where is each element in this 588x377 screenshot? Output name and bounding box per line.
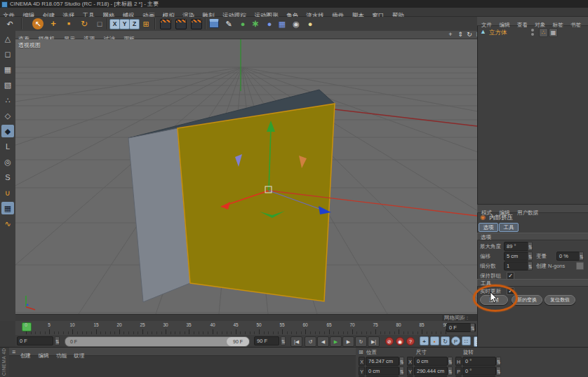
om-menu-bookmarks[interactable]: 书签 bbox=[570, 21, 581, 29]
uvw-tag-icon[interactable]: ▦ bbox=[549, 28, 558, 37]
record-active-objects-button[interactable]: ⊘ bbox=[385, 337, 394, 345]
max-angle-field[interactable]: 89 ° bbox=[504, 242, 529, 251]
render-view-button[interactable] bbox=[160, 19, 171, 29]
deformer-icon[interactable]: ● bbox=[264, 18, 275, 29]
viewport-rotate-icon[interactable]: ↻ bbox=[465, 31, 474, 39]
position-y-stepper[interactable]: ⇅ bbox=[399, 366, 404, 376]
last-tool-icon[interactable]: □ bbox=[94, 18, 105, 29]
key-pla-toggle[interactable]: ∷ bbox=[462, 336, 471, 345]
goto-end-button[interactable]: ▶| bbox=[368, 336, 380, 347]
options-group-header[interactable]: 选项 bbox=[477, 233, 588, 240]
rotation-h-field[interactable]: 0 ° bbox=[462, 357, 496, 366]
render-to-picture-viewer-button[interactable] bbox=[175, 19, 187, 29]
end-frame-field[interactable]: 90 F bbox=[254, 336, 279, 345]
position-x-stepper[interactable]: ⇅ bbox=[399, 357, 404, 366]
materials-menu-edit[interactable]: 编辑 bbox=[38, 352, 48, 360]
offset-stepper[interactable]: ⇅ bbox=[528, 252, 533, 261]
polygons-mode-icon[interactable]: ◆ bbox=[1, 125, 14, 137]
loop-button[interactable]: ↻ bbox=[355, 336, 367, 347]
subdivision-stepper[interactable]: ⇅ bbox=[528, 261, 533, 270]
previous-key-button[interactable]: ↺ bbox=[305, 336, 316, 347]
subdivision-field[interactable]: 1 bbox=[504, 261, 529, 270]
visibility-dot-render[interactable] bbox=[531, 33, 534, 36]
position-y-field[interactable]: 0 cm bbox=[366, 366, 399, 376]
constraint-icon[interactable]: ∿ bbox=[1, 217, 14, 230]
viewport-solo-icon[interactable]: ◎ bbox=[1, 156, 14, 168]
size-x-stepper[interactable]: ⇅ bbox=[448, 357, 453, 366]
viewport-canvas[interactable] bbox=[15, 39, 477, 314]
coordinate-system-icon[interactable]: ⊞ bbox=[140, 18, 152, 29]
array-generator-icon[interactable]: ∗ bbox=[250, 18, 261, 29]
edges-mode-icon[interactable]: ◇ bbox=[1, 109, 14, 122]
locked-workplane-icon[interactable]: ▦ bbox=[1, 202, 14, 214]
camera-icon[interactable]: ◉ bbox=[290, 18, 302, 29]
live-selection-icon[interactable]: ↖ bbox=[32, 18, 44, 29]
tab-options[interactable]: 选项 bbox=[479, 223, 498, 232]
create-ngons-checkbox[interactable] bbox=[576, 262, 584, 270]
om-menu-view[interactable]: 查看 bbox=[517, 21, 528, 29]
goto-start-button[interactable]: |◀ bbox=[290, 336, 302, 347]
keyframe-selection-button[interactable]: ? bbox=[406, 337, 415, 345]
rotation-p-field[interactable]: 0 ° bbox=[462, 366, 496, 376]
move-tool-icon[interactable]: + bbox=[48, 18, 59, 29]
light-icon[interactable]: ● bbox=[305, 18, 316, 29]
lock-y-axis-button[interactable]: Y bbox=[119, 19, 130, 29]
materials-menu-texture[interactable]: 纹理 bbox=[74, 352, 84, 360]
make-editable-icon[interactable]: △ bbox=[1, 32, 14, 45]
object-name[interactable]: 立方体 bbox=[489, 29, 507, 37]
snap-settings-icon[interactable]: S bbox=[1, 171, 14, 184]
range-end-handle[interactable]: 90 F bbox=[227, 337, 249, 346]
visibility-dot-editor[interactable] bbox=[531, 29, 534, 32]
max-angle-stepper[interactable]: ⇅ bbox=[528, 242, 533, 251]
model-mode-icon[interactable]: ◻ bbox=[1, 48, 14, 60]
scale-tool-icon[interactable]: ▪ bbox=[63, 18, 74, 29]
lock-z-axis-button[interactable]: Z bbox=[129, 19, 140, 29]
viewport-label[interactable]: 透视视图 bbox=[18, 41, 41, 49]
next-frame-button[interactable]: ▶ bbox=[342, 336, 354, 347]
end-frame-stepper[interactable]: ⇅ bbox=[281, 336, 286, 345]
size-y-field[interactable]: 290.444 cm bbox=[414, 366, 448, 376]
rotation-h-stepper[interactable]: ⇅ bbox=[496, 357, 501, 366]
floor-environment-icon[interactable]: ▦ bbox=[276, 18, 288, 29]
reset-values-button[interactable]: 复位数值 bbox=[544, 295, 575, 305]
workplane-mode-icon[interactable]: ▧ bbox=[1, 78, 14, 91]
key-position-toggle[interactable]: + bbox=[420, 336, 429, 345]
viewport-pan-icon[interactable]: + bbox=[446, 31, 455, 39]
key-rotation-toggle[interactable]: ↻ bbox=[441, 336, 450, 345]
phong-tag-icon[interactable]: ∴ bbox=[539, 28, 548, 37]
previous-frame-button[interactable]: ◀ bbox=[317, 336, 329, 347]
subdivision-surface-icon[interactable]: ● bbox=[237, 18, 248, 29]
current-frame-field[interactable]: 0 F bbox=[17, 336, 53, 345]
cube-selected-front-face[interactable] bbox=[178, 104, 335, 301]
size-x-field[interactable]: 0 cm bbox=[414, 357, 448, 366]
am-menu-user-data[interactable]: 用户数据 bbox=[517, 209, 538, 217]
render-settings-button[interactable] bbox=[191, 19, 202, 29]
materials-menu-function[interactable]: 功能 bbox=[56, 352, 67, 360]
rotate-tool-icon[interactable]: ↻ bbox=[79, 18, 90, 29]
tab-tool[interactable]: 工具 bbox=[499, 223, 519, 232]
timeline-ruler[interactable]: 0 5 10 15 20 25 30 35 40 45 50 55 60 65 … bbox=[15, 321, 477, 336]
materials-panel[interactable]: ≡ 创建 编辑 功能 纹理 bbox=[9, 348, 356, 377]
undo-icon[interactable]: ↶ bbox=[4, 18, 15, 29]
variance-field[interactable]: 0 % bbox=[556, 252, 580, 261]
current-frame-stepper[interactable]: ⇅ bbox=[55, 336, 60, 345]
ruler-frame-stepper[interactable]: ⇅ bbox=[470, 323, 475, 332]
timeline-range-slider[interactable]: 0 F 90 F bbox=[65, 336, 250, 347]
autokeying-button[interactable]: ◉ bbox=[396, 337, 404, 345]
texture-mode-icon[interactable]: ▦ bbox=[1, 63, 14, 76]
magnet-snap-icon[interactable]: ∪ bbox=[1, 186, 14, 199]
enable-axis-icon[interactable]: L bbox=[1, 140, 14, 153]
rotation-p-stepper[interactable]: ⇅ bbox=[496, 366, 501, 376]
primitive-cube-button[interactable] bbox=[209, 19, 219, 28]
variance-stepper[interactable]: ⇅ bbox=[579, 252, 584, 261]
materials-burger-icon[interactable]: ≡ bbox=[12, 348, 15, 356]
play-button[interactable]: ▶ bbox=[330, 336, 342, 347]
key-scale-toggle[interactable]: ▪ bbox=[430, 336, 439, 345]
spline-pen-icon[interactable]: ✎ bbox=[223, 18, 234, 29]
offset-field[interactable]: 5 cm bbox=[504, 252, 529, 261]
key-parameter-toggle[interactable]: P bbox=[451, 336, 460, 345]
size-y-stepper[interactable]: ⇅ bbox=[448, 366, 453, 376]
lock-x-axis-button[interactable]: X bbox=[109, 19, 120, 29]
viewport-zoom-icon[interactable]: ⇕ bbox=[456, 31, 465, 39]
points-mode-icon[interactable]: ∴ bbox=[1, 94, 14, 107]
